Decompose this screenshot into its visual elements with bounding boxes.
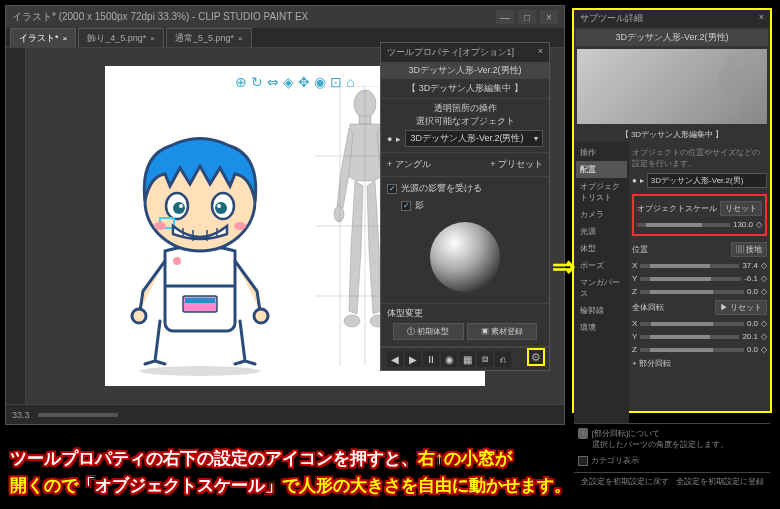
z-slider[interactable] bbox=[640, 290, 744, 294]
rotation-reset-button[interactable]: ▶ リセット bbox=[715, 300, 767, 315]
subtool-detail-window: サブツール詳細 × 3Dデッサン人形-Ver.2(男性) 【 3Dデッサン人形編… bbox=[572, 8, 772, 413]
partial-rotation-expand[interactable]: + 部分回転 bbox=[632, 358, 671, 369]
reset-icon[interactable]: ⌂ bbox=[346, 74, 354, 90]
zoom-slider[interactable] bbox=[38, 413, 118, 417]
chevron-down-icon: ▾ bbox=[534, 134, 538, 143]
folder-icon: ▸ bbox=[396, 134, 401, 144]
info-title: [部分回転]について bbox=[592, 428, 728, 439]
close-icon[interactable]: × bbox=[538, 46, 543, 59]
sidebar-item-objectlist[interactable]: オブジェクトリスト bbox=[576, 178, 627, 206]
svg-point-18 bbox=[132, 309, 146, 323]
y-label: Y bbox=[632, 274, 637, 283]
rz-value[interactable]: 0.0 bbox=[747, 345, 758, 354]
x-label: X bbox=[632, 261, 637, 270]
light-label: 光源の影響を受ける bbox=[401, 182, 482, 195]
sidebar-item-pose[interactable]: ポーズ bbox=[576, 257, 627, 274]
y-slider[interactable] bbox=[640, 277, 741, 281]
maximize-button[interactable]: □ bbox=[518, 10, 536, 24]
sidebar-item-placement[interactable]: 配置 bbox=[576, 161, 627, 178]
stepper-icon[interactable]: ◇ bbox=[756, 220, 762, 229]
svg-point-13 bbox=[140, 366, 260, 376]
register-material-button[interactable]: ▣ 素材登録 bbox=[467, 323, 538, 340]
visibility-icon[interactable]: ● bbox=[632, 176, 637, 185]
tab-tsujo[interactable]: 通常_5_5.png*× bbox=[166, 28, 252, 47]
body-change-label: 体型変更 bbox=[387, 307, 543, 320]
camera-icon[interactable]: ◈ bbox=[283, 74, 294, 90]
close-icon[interactable]: × bbox=[759, 12, 764, 25]
ry-value[interactable]: 20.1 bbox=[742, 332, 758, 341]
settings-gear-icon[interactable]: ⚙ bbox=[527, 348, 545, 366]
rz-label: Z bbox=[632, 345, 637, 354]
light-checkbox[interactable]: ✓ bbox=[387, 184, 397, 194]
pan-icon[interactable]: ✥ bbox=[298, 74, 310, 90]
light-preview[interactable] bbox=[387, 214, 543, 300]
svg-point-22 bbox=[173, 202, 185, 214]
rotate-icon[interactable]: ↻ bbox=[251, 74, 263, 90]
folder-icon: ▸ bbox=[640, 176, 644, 185]
sidebar-item-operation[interactable]: 操作 bbox=[576, 144, 627, 161]
next-icon[interactable]: ▶ bbox=[405, 351, 421, 367]
x-value[interactable]: 37.4 bbox=[742, 261, 758, 270]
close-icon[interactable]: × bbox=[238, 34, 243, 43]
init-body-button[interactable]: ① 初期体型 bbox=[393, 323, 464, 340]
object-dropdown[interactable]: 3Dデッサン人形-Ver.2(男) bbox=[647, 173, 767, 188]
prev-icon[interactable]: ◀ bbox=[387, 351, 403, 367]
svg-point-2 bbox=[334, 206, 344, 222]
move-icon[interactable]: ⊕ bbox=[235, 74, 247, 90]
zoom-icon[interactable]: ⊡ bbox=[330, 74, 342, 90]
z-value[interactable]: 0.0 bbox=[747, 287, 758, 296]
ry-slider[interactable] bbox=[640, 335, 739, 339]
preset-expand[interactable]: + プリセット bbox=[490, 158, 543, 171]
sidebar-item-camera[interactable]: カメラ bbox=[576, 206, 627, 223]
panel-titlebar[interactable]: ツールプロパティ[オプション1]× bbox=[381, 43, 549, 62]
sidebar-item-light[interactable]: 光源 bbox=[576, 223, 627, 240]
zoom-value[interactable]: 33.3 bbox=[12, 410, 30, 420]
svg-rect-37 bbox=[740, 70, 745, 90]
svg-point-19 bbox=[254, 309, 268, 323]
position-label: 位置 bbox=[632, 244, 648, 255]
visibility-icon[interactable]: ● bbox=[387, 134, 392, 144]
minimize-button[interactable]: — bbox=[496, 10, 514, 24]
svg-rect-39 bbox=[733, 93, 738, 115]
close-button[interactable]: × bbox=[540, 10, 558, 24]
window-controls: — □ × bbox=[496, 10, 558, 24]
orbit-icon[interactable]: ◉ bbox=[314, 74, 326, 90]
section-transparent-label: 透明箇所の操作 bbox=[387, 102, 543, 115]
sidebar-item-outline[interactable]: 輪郭線 bbox=[576, 302, 627, 319]
object-scale-label: オブジェクトスケール bbox=[637, 203, 717, 214]
sidebar-item-env[interactable]: 環境 bbox=[576, 319, 627, 336]
subtool-titlebar[interactable]: サブツール詳細 × bbox=[574, 10, 770, 27]
rx-value[interactable]: 0.0 bbox=[747, 319, 758, 328]
left-tool-strip[interactable] bbox=[6, 48, 26, 404]
box-icon[interactable]: ⧈ bbox=[477, 351, 493, 367]
close-icon[interactable]: × bbox=[63, 34, 68, 43]
shadow-checkbox[interactable]: ✓ bbox=[401, 201, 411, 211]
rx-slider[interactable] bbox=[640, 322, 744, 326]
wrench-icon[interactable]: ⎌ bbox=[495, 351, 511, 367]
z-label: Z bbox=[632, 287, 637, 296]
sidebar-item-manga[interactable]: マンガパース bbox=[576, 274, 627, 302]
grid-icon[interactable]: ▦ bbox=[459, 351, 475, 367]
angle-expand[interactable]: + アングル bbox=[387, 158, 431, 171]
x-slider[interactable] bbox=[640, 264, 739, 268]
scale-reset-button[interactable]: リセット bbox=[720, 201, 762, 216]
arrow-right-annotation: ⇒ bbox=[552, 250, 575, 283]
object-dropdown[interactable]: 3Dデッサン人形-Ver.2(男性)▾ bbox=[405, 130, 543, 147]
ground-button[interactable]: ▥ 接地 bbox=[731, 242, 767, 257]
scale-icon[interactable]: ⇔ bbox=[267, 74, 279, 90]
panel-toolbar: ◀ ▶ ⏸ ◉ ▦ ⧈ ⎌ bbox=[381, 347, 549, 370]
y-value[interactable]: -6.1 bbox=[744, 274, 758, 283]
rz-slider[interactable] bbox=[640, 348, 744, 352]
sidebar-item-body[interactable]: 体型 bbox=[576, 240, 627, 257]
scale-slider[interactable] bbox=[637, 223, 730, 227]
pause-icon[interactable]: ⏸ bbox=[423, 351, 439, 367]
close-icon[interactable]: × bbox=[150, 34, 155, 43]
titlebar: イラスト* (2000 x 1500px 72dpi 33.3%) - CLIP… bbox=[6, 6, 564, 28]
tab-kazari[interactable]: 飾り_4_5.png*× bbox=[78, 28, 164, 47]
3d-preview[interactable] bbox=[577, 49, 767, 124]
3d-manipulator-icons[interactable]: ⊕ ↻ ⇔ ◈ ✥ ◉ ⊡ ⌂ bbox=[235, 74, 354, 90]
tab-illustration[interactable]: イラスト*× bbox=[10, 28, 76, 47]
svg-point-26 bbox=[217, 204, 221, 208]
scale-value[interactable]: 130.0 bbox=[733, 220, 753, 229]
record-icon[interactable]: ◉ bbox=[441, 351, 457, 367]
